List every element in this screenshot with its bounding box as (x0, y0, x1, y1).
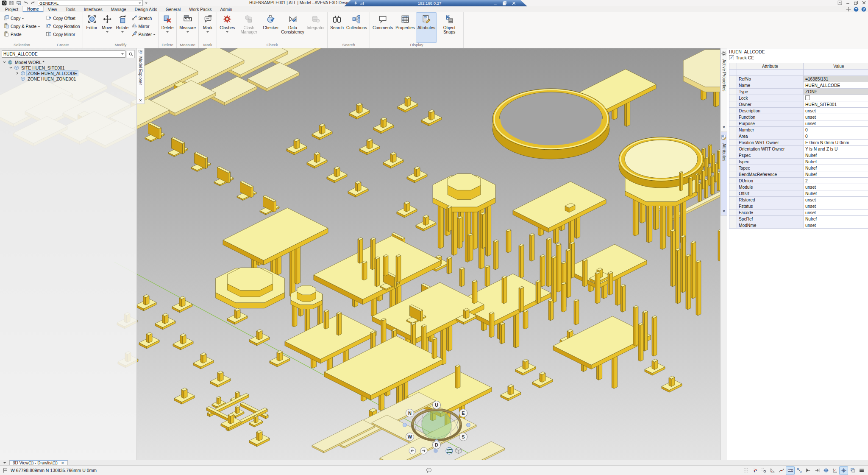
document-combo[interactable]: GENERAL (38, 0, 143, 6)
row-selector[interactable] (729, 197, 737, 203)
attribute-value-cell[interactable] (804, 95, 868, 101)
explorer-search-input[interactable]: HUEN_ALLCODE (2, 50, 125, 58)
row-selector[interactable] (729, 165, 737, 171)
row-selector[interactable] (729, 101, 737, 108)
close-icon[interactable]: ✕ (138, 98, 143, 103)
rotation-point-toggle[interactable] (822, 467, 830, 475)
row-selector[interactable] (729, 210, 737, 216)
tree-item-model-worl-[interactable]: Model WORL * (0, 59, 136, 65)
row-selector[interactable] (729, 114, 737, 120)
explorer-search-button[interactable] (127, 50, 135, 58)
attribute-value-cell[interactable]: Nulref (804, 171, 868, 178)
copy-rotation-button[interactable]: Copy Rotation (45, 22, 81, 30)
cube-view-button[interactable] (456, 447, 462, 454)
row-selector[interactable] (729, 184, 737, 190)
attribute-value-cell[interactable]: Y is N and Z is U (804, 146, 868, 152)
close-icon[interactable]: ✕ (61, 461, 64, 465)
row-selector[interactable] (729, 140, 737, 146)
paste-button[interactable]: Paste (2, 31, 42, 38)
attribute-value-cell[interactable]: Nulref (804, 216, 868, 222)
grid-settings-toggle[interactable] (760, 467, 768, 475)
attribute-value-cell[interactable]: 0 (804, 133, 868, 140)
help-icon[interactable] (861, 7, 866, 12)
view-history-back-button[interactable] (409, 447, 416, 454)
delete-button[interactable]: Delete (160, 13, 175, 42)
data-consistency-button[interactable]: Data Consistency (280, 13, 306, 42)
column-header-attribute[interactable]: Attribute (737, 63, 804, 70)
lock-checkbox[interactable] (805, 95, 810, 100)
row-selector[interactable] (729, 146, 737, 152)
row-selector[interactable] (729, 159, 737, 165)
attribute-value-cell[interactable]: unset (804, 120, 868, 127)
tree-item-zone-huen-zone001[interactable]: ZONE HUEN_ZONE001 (0, 76, 136, 81)
layers-toggle[interactable] (849, 467, 857, 475)
close-icon[interactable]: ✕ (721, 209, 726, 214)
angle-snap-toggle[interactable] (768, 467, 776, 475)
attribute-value-cell[interactable]: ZONE (804, 89, 868, 95)
attribute-value-cell[interactable]: unset (804, 108, 868, 114)
compass-U-button[interactable]: U (433, 401, 441, 409)
attribute-value-cell[interactable]: unset (804, 203, 868, 210)
ribbon-tab-design-aids[interactable]: Design Aids (131, 7, 161, 12)
compass-W-button[interactable]: W (406, 433, 414, 441)
customize-toolbar-icon[interactable] (145, 3, 147, 5)
chevron-down-icon[interactable] (3, 60, 6, 64)
copy-offset-button[interactable]: Copy Offset (45, 14, 81, 22)
copy-paste-button[interactable]: Copy & Paste (2, 22, 42, 30)
compass-E-button[interactable]: E (459, 409, 467, 417)
object-snaps-button[interactable]: Object Snaps (437, 13, 462, 42)
ribbon-tab-interfaces[interactable]: Interfaces (80, 7, 107, 12)
attribute-value-cell[interactable]: Nulref (804, 190, 868, 197)
attribute-value-cell[interactable]: Nulref (804, 152, 868, 159)
compass-N-button[interactable]: N (406, 409, 414, 417)
properties-button[interactable]: Properties (394, 13, 416, 42)
app-icon[interactable] (2, 0, 7, 6)
row-selector[interactable] (729, 82, 737, 89)
globe-view-button[interactable] (446, 447, 453, 454)
extend-end-toggle[interactable] (813, 467, 821, 475)
mirror-button[interactable]: Mirror (130, 22, 157, 30)
redo-icon[interactable] (31, 0, 36, 6)
view-history-forward-button[interactable] (420, 447, 427, 454)
extend-start-toggle[interactable] (804, 467, 812, 475)
minimize-icon[interactable] (846, 0, 850, 5)
compass-D-button[interactable]: D (433, 441, 441, 449)
attribute-value-cell[interactable]: Nulref (804, 159, 868, 165)
row-selector[interactable] (729, 120, 737, 127)
row-selector[interactable] (729, 152, 737, 159)
clashes-button[interactable]: Clashes (218, 13, 236, 42)
tree-item-site-huen-site001[interactable]: SITE HUEN_SITE001 (0, 65, 136, 70)
crosshair-toggle[interactable] (840, 467, 848, 475)
ribbon-tab-project[interactable]: Project (1, 7, 22, 12)
row-selector[interactable] (729, 95, 737, 101)
row-selector[interactable] (729, 89, 737, 95)
comment-bubble-icon[interactable] (426, 467, 432, 474)
display-icon[interactable] (16, 0, 21, 6)
minimize-icon[interactable] (493, 1, 498, 6)
rotate-button[interactable]: Rotate (115, 13, 130, 42)
copy-mirror-button[interactable]: Copy Mirror (45, 31, 81, 38)
attribute-value-cell[interactable]: unset (804, 210, 868, 216)
search-button[interactable]: Search (329, 13, 345, 42)
close-icon[interactable] (512, 1, 516, 6)
ribbon-tab-home[interactable]: Home (22, 6, 44, 12)
navigate-icon[interactable] (846, 7, 851, 12)
close-icon[interactable] (862, 0, 866, 5)
attribute-value-cell[interactable]: unset (804, 222, 868, 229)
ribbon-tab-view[interactable]: View (44, 7, 61, 12)
measure-button[interactable]: Measure (178, 13, 197, 42)
stretch-button[interactable]: Stretch (130, 14, 157, 22)
ribbon-tab-work-packs[interactable]: Work Packs (185, 7, 216, 12)
attributes-button[interactable]: Attributes (416, 13, 437, 42)
attribute-value-cell[interactable]: unset (804, 197, 868, 203)
view-mode-dot[interactable] (434, 449, 438, 453)
panel-tab-active-properties[interactable]: Active Properties✕ (721, 48, 727, 132)
row-selector[interactable] (729, 76, 737, 82)
model-explorer-tab[interactable]: Model Explorer ✕ (136, 48, 145, 104)
tape-measure-toggle[interactable] (786, 467, 794, 475)
grid-magnet-toggle[interactable] (751, 467, 759, 475)
ribbon-tab-admin[interactable]: Admin (216, 7, 236, 12)
checker-button[interactable]: Checker (262, 13, 280, 42)
attribute-value-cell[interactable]: =16385/131 (804, 76, 868, 82)
row-selector[interactable] (729, 216, 737, 222)
